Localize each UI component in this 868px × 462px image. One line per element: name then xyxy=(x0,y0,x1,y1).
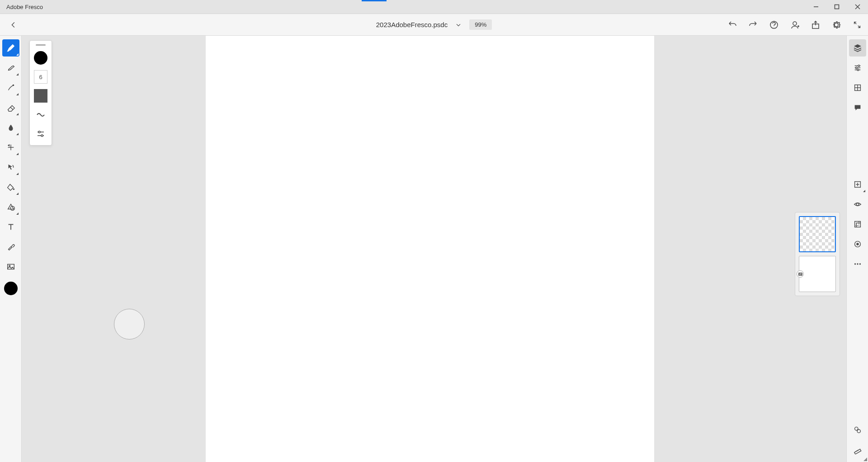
layer-type-badge-icon xyxy=(797,270,804,278)
resize-handle-icon[interactable] xyxy=(863,457,867,461)
svg-rect-17 xyxy=(7,264,14,269)
svg-point-39 xyxy=(856,243,859,245)
svg-rect-1 xyxy=(835,5,839,9)
minimize-button[interactable] xyxy=(806,0,826,14)
maximize-button[interactable] xyxy=(826,0,847,14)
svg-point-5 xyxy=(774,27,774,27)
text-tool[interactable] xyxy=(2,218,19,236)
live-brush-tool[interactable] xyxy=(2,59,19,76)
eraser-tool[interactable] xyxy=(2,99,19,116)
selection-tool[interactable] xyxy=(2,159,19,176)
redo-button[interactable] xyxy=(747,19,760,31)
workspace: 6 xyxy=(0,36,868,462)
svg-point-41 xyxy=(857,263,858,264)
foreground-color-swatch[interactable] xyxy=(4,282,18,295)
brush-flow-icon[interactable] xyxy=(34,108,47,122)
precision-panel-toggle[interactable] xyxy=(849,79,866,96)
brush-cursor-preview xyxy=(114,309,145,339)
document-filename: 2023AdobeFresco.psdc xyxy=(376,21,448,28)
fill-tool[interactable] xyxy=(2,179,19,196)
layer-visibility-button[interactable] xyxy=(849,196,866,213)
document-menu-chevron[interactable] xyxy=(452,19,465,31)
zoom-level[interactable]: 99% xyxy=(469,19,492,30)
undo-button[interactable] xyxy=(726,19,739,31)
ruler-tool-button[interactable] xyxy=(849,441,866,458)
back-button[interactable] xyxy=(7,19,20,31)
place-image-tool[interactable] xyxy=(2,258,19,275)
canvas-artboard[interactable] xyxy=(206,36,654,462)
svg-point-22 xyxy=(41,135,43,137)
brush-texture-preview[interactable] xyxy=(34,89,47,103)
svg-point-6 xyxy=(793,22,797,25)
close-button[interactable] xyxy=(847,0,868,14)
svg-point-27 xyxy=(855,67,857,69)
layer-thumbnail-background[interactable] xyxy=(799,256,836,292)
pixel-brush-tool[interactable] xyxy=(2,39,19,57)
svg-point-40 xyxy=(854,263,855,264)
svg-point-25 xyxy=(858,65,859,67)
svg-point-36 xyxy=(856,203,859,205)
help-button[interactable] xyxy=(768,19,780,31)
comments-panel-toggle[interactable] xyxy=(849,99,866,116)
share-button[interactable] xyxy=(809,19,822,31)
svg-point-13 xyxy=(13,189,14,190)
clip-mask-button[interactable] xyxy=(849,216,866,233)
top-accent-bar xyxy=(362,0,387,1)
multi-layer-select-button[interactable] xyxy=(849,421,866,438)
svg-point-42 xyxy=(859,263,860,264)
svg-rect-37 xyxy=(854,222,860,227)
shape-tool[interactable] xyxy=(2,198,19,216)
layer-properties-toggle[interactable] xyxy=(849,59,866,76)
left-toolbar xyxy=(0,36,22,462)
lock-transparency-button[interactable] xyxy=(849,236,866,253)
svg-rect-46 xyxy=(854,449,861,454)
svg-point-10 xyxy=(12,85,14,86)
more-options-button[interactable] xyxy=(849,255,866,273)
svg-point-20 xyxy=(38,131,40,133)
layers-panel-toggle[interactable] xyxy=(849,39,866,57)
add-layer-button[interactable] xyxy=(849,176,866,193)
window-controls xyxy=(806,0,868,14)
app-title: Adobe Fresco xyxy=(6,4,43,10)
panel-drag-handle[interactable] xyxy=(36,44,46,46)
eyedropper-tool[interactable] xyxy=(2,238,19,255)
invite-button[interactable] xyxy=(788,19,801,31)
smudge-tool[interactable] xyxy=(2,119,19,136)
layer-thumbnail-1[interactable] xyxy=(799,216,836,252)
brush-size-field[interactable]: 6 xyxy=(34,70,47,84)
brush-settings-icon[interactable] xyxy=(34,127,47,141)
transform-tool[interactable] xyxy=(2,139,19,156)
vector-brush-tool[interactable] xyxy=(2,79,19,96)
settings-button[interactable] xyxy=(830,19,843,31)
layers-panel[interactable] xyxy=(795,212,840,296)
right-toolbar xyxy=(846,36,868,462)
window-titlebar: Adobe Fresco xyxy=(0,0,868,14)
brush-color-swatch[interactable] xyxy=(34,51,47,65)
fullscreen-button[interactable] xyxy=(851,19,863,31)
svg-point-29 xyxy=(857,69,859,71)
brush-properties-panel[interactable]: 6 xyxy=(29,40,52,146)
app-header: 2023AdobeFresco.psdc 99% xyxy=(0,14,868,36)
